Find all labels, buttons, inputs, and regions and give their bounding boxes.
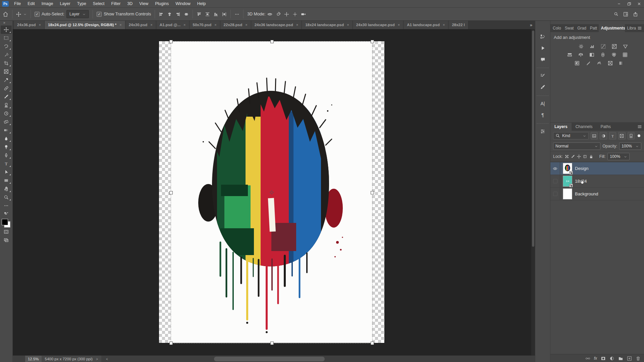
show-transform-checkbox[interactable]: ✓ — [97, 12, 102, 17]
auto-select-target-dropdown[interactable]: Layer — [66, 10, 89, 18]
layer-thumbnail[interactable] — [563, 188, 572, 199]
close-tab-icon[interactable]: × — [296, 23, 298, 27]
channel-mixer-icon[interactable] — [610, 52, 618, 58]
document-info[interactable]: 5400 px x 7200 px (300 ppi) > — [42, 356, 101, 362]
layer-row-background[interactable]: Background — [550, 188, 644, 200]
auto-select-checkbox[interactable]: ✓ — [35, 12, 40, 17]
tool-eyedropper[interactable] — [1, 76, 12, 84]
search-icon[interactable] — [614, 12, 619, 16]
tool-gradient[interactable] — [1, 126, 12, 134]
distribute-v-icon[interactable] — [205, 12, 210, 17]
tool-move[interactable] — [1, 25, 12, 34]
panel-menu-icon[interactable] — [637, 123, 644, 131]
close-tab-icon[interactable]: × — [347, 23, 349, 27]
vertical-scrollbar-thumb[interactable] — [532, 31, 534, 247]
tool-dodge[interactable] — [1, 143, 12, 151]
blend-mode-dropdown[interactable]: Normal — [553, 142, 600, 150]
visibility-toggle[interactable] — [550, 188, 560, 200]
menu-filter[interactable]: Filter — [108, 0, 124, 7]
pixel-layer-filter-icon[interactable] — [591, 132, 598, 139]
link-layers-icon[interactable] — [585, 356, 590, 361]
color-lookup-icon[interactable] — [621, 52, 629, 58]
fill-field[interactable]: 100% — [607, 153, 630, 160]
brightness-contrast-icon[interactable] — [577, 43, 585, 49]
brush-settings-panel-icon[interactable] — [537, 71, 548, 81]
adjustment-layer-filter-icon[interactable] — [600, 132, 607, 139]
align-center-h-icon[interactable] — [167, 12, 172, 17]
foreground-color-swatch[interactable] — [2, 219, 8, 225]
tool-object-selection[interactable] — [1, 51, 12, 59]
invert-icon[interactable] — [573, 60, 581, 66]
history-panel-icon[interactable] — [537, 32, 548, 42]
canvas[interactable] — [13, 29, 535, 355]
tab-color[interactable]: Colo — [550, 24, 562, 32]
type-layer-filter-icon[interactable]: T — [609, 132, 616, 139]
lock-artboard-icon[interactable] — [583, 155, 587, 159]
tab-gradients[interactable]: Grad — [575, 24, 588, 32]
close-tab-icon[interactable]: × — [245, 23, 247, 27]
tab-adjustments[interactable]: Adjustments — [599, 24, 625, 32]
doc-tab[interactable]: 22x28.psd× — [220, 21, 251, 29]
new-layer-icon[interactable] — [627, 356, 632, 361]
lock-all-icon[interactable] — [589, 155, 593, 159]
quick-mask-button[interactable] — [1, 228, 12, 236]
more-options-icon[interactable] — [234, 12, 239, 17]
panel-menu-icon[interactable] — [637, 24, 644, 32]
minimize-button[interactable] — [614, 0, 624, 7]
tool-rectangle-shape[interactable] — [1, 176, 12, 185]
close-tab-icon[interactable]: × — [150, 23, 152, 27]
menu-edit[interactable]: Edit — [24, 0, 38, 7]
menu-3d[interactable]: 3D — [124, 0, 136, 7]
align-right-icon[interactable] — [175, 12, 180, 17]
workspace-icon[interactable] — [623, 12, 628, 17]
tool-clone-stamp[interactable] — [1, 101, 12, 109]
toolbar-collapse-icon[interactable]: » — [0, 21, 5, 25]
close-tab-icon[interactable]: × — [214, 23, 216, 27]
filter-toggle-icon[interactable] — [637, 133, 641, 138]
visibility-toggle[interactable] — [550, 175, 560, 187]
layer-row-design[interactable]: Design — [550, 162, 644, 175]
menu-view[interactable]: View — [136, 0, 152, 7]
3d-pan-icon[interactable] — [284, 12, 289, 17]
tool-zoom[interactable] — [1, 193, 12, 201]
close-tab-icon[interactable]: × — [183, 23, 185, 27]
new-adjustment-icon[interactable] — [609, 356, 614, 361]
posterize-icon[interactable] — [584, 60, 592, 66]
distribute-h-icon[interactable] — [222, 12, 227, 17]
photo-filter-icon[interactable] — [599, 52, 607, 58]
menu-layer[interactable]: Layer — [56, 0, 73, 7]
tab-patterns[interactable]: Patt — [588, 24, 599, 32]
edit-toolbar-button[interactable] — [1, 201, 12, 210]
doc-tab[interactable]: 18x24 landscape.psd× — [302, 21, 353, 29]
menu-window[interactable]: Window — [172, 0, 194, 7]
menu-image[interactable]: Image — [38, 0, 57, 7]
close-tab-icon[interactable]: × — [119, 23, 121, 27]
tool-type[interactable]: T — [1, 160, 12, 168]
lock-position-icon[interactable] — [577, 155, 581, 159]
tab-paths[interactable]: Paths — [596, 123, 615, 131]
exposure-icon[interactable] — [610, 43, 619, 49]
character-panel-icon[interactable]: A| — [537, 99, 548, 109]
tool-pen[interactable] — [1, 151, 12, 160]
color-balance-icon[interactable] — [577, 52, 585, 58]
gradient-map-icon[interactable] — [606, 60, 614, 66]
delete-layer-icon[interactable] — [636, 356, 641, 361]
doc-tab-active[interactable]: 18x24.psd @ 12.5% (Design, RGB/8) *× — [45, 21, 125, 29]
tab-libraries[interactable]: Libra — [625, 24, 638, 32]
move-tool-preset-icon[interactable] — [16, 12, 21, 17]
align-top-icon[interactable] — [197, 12, 202, 17]
align-left-icon[interactable] — [159, 12, 164, 17]
brushes-panel-icon[interactable] — [537, 82, 548, 92]
close-tab-icon[interactable]: × — [443, 23, 445, 27]
lock-paint-icon[interactable] — [571, 155, 575, 159]
close-tab-icon[interactable]: × — [398, 23, 400, 27]
visibility-toggle[interactable] — [550, 162, 560, 175]
doc-tab[interactable]: 24x36 landscape.psd× — [251, 21, 302, 29]
align-center-v-icon[interactable] — [184, 12, 189, 17]
tool-path-selection[interactable] — [1, 168, 12, 176]
lock-transparent-icon[interactable] — [565, 155, 569, 159]
tool-brush[interactable] — [1, 93, 12, 101]
actions-panel-icon[interactable] — [537, 43, 548, 53]
close-button[interactable] — [634, 0, 644, 7]
paragraph-panel-icon[interactable]: ¶ — [537, 110, 548, 120]
